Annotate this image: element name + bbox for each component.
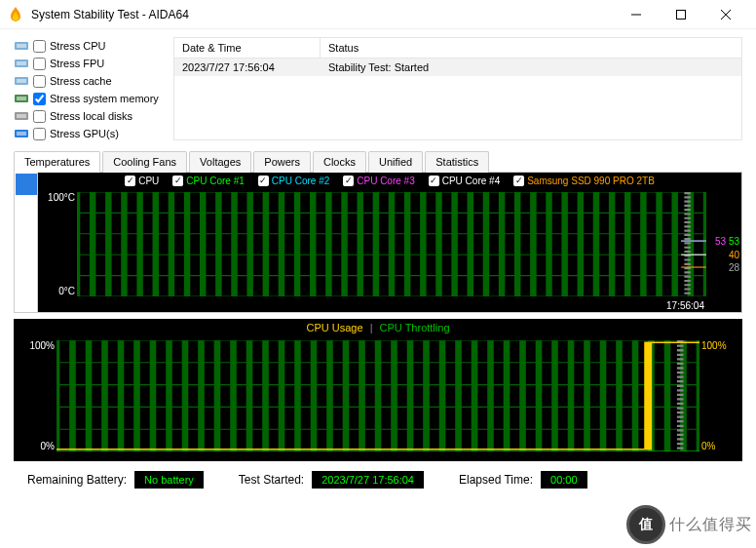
tab-cooling-fans[interactable]: Cooling Fans xyxy=(102,151,187,173)
stress-label[interactable]: Stress CPU xyxy=(50,40,105,52)
stress-checkbox[interactable] xyxy=(33,58,46,70)
legend-checkbox[interactable]: ✓ xyxy=(125,176,135,186)
legend-checkbox[interactable]: ✓ xyxy=(172,176,183,186)
legend-item[interactable]: ✓CPU Core #2 xyxy=(258,176,329,186)
watermark: 值 什么值得买 xyxy=(626,505,752,544)
elapsed-value: 00:00 xyxy=(541,471,587,489)
temp-y-axis: 100°C 0°C xyxy=(40,192,75,296)
stress-label[interactable]: Stress cache xyxy=(50,75,112,87)
cpu-usage-chart: CPU Usage | CPU Throttling 100% 0% 100% … xyxy=(14,319,742,461)
device-icon xyxy=(14,110,29,122)
legend-checkbox[interactable]: ✓ xyxy=(513,176,524,186)
current-value: 28 xyxy=(729,262,739,273)
stress-option: Stress cache xyxy=(14,72,168,90)
log-cell-datetime: 2023/7/27 17:56:04 xyxy=(174,59,321,76)
log-cell-status: Stability Test: Started xyxy=(321,59,741,76)
watermark-badge: 值 xyxy=(626,505,665,544)
stress-label[interactable]: Stress local disks xyxy=(50,110,132,122)
window-title: System Stability Test - AIDA64 xyxy=(31,8,614,21)
minimize-button[interactable] xyxy=(614,0,659,29)
app-icon xyxy=(8,7,23,22)
started-value: 2023/7/27 17:56:04 xyxy=(312,471,424,489)
titlebar: System Stability Test - AIDA64 xyxy=(0,0,756,29)
stress-checkbox[interactable] xyxy=(33,75,46,88)
battery-value: No battery xyxy=(134,471,204,489)
device-icon xyxy=(14,128,29,139)
stress-label[interactable]: Stress FPU xyxy=(50,58,104,69)
legend-label: CPU Core #3 xyxy=(357,176,414,186)
legend-item[interactable]: ✓CPU Core #1 xyxy=(172,176,244,186)
log-row[interactable]: 2023/7/27 17:56:04Stability Test: Starte… xyxy=(174,59,741,76)
svg-rect-11 xyxy=(17,97,26,100)
current-value: 53 xyxy=(729,236,739,247)
stress-option: Stress GPU(s) xyxy=(14,125,168,142)
maximize-button[interactable] xyxy=(659,0,703,29)
legend-item[interactable]: ✓Samsung SSD 990 PRO 2TB xyxy=(513,176,655,186)
close-button[interactable] xyxy=(703,0,748,29)
tab-statistics[interactable]: Statistics xyxy=(425,151,489,173)
tab-body-temperatures: ✓CPU✓CPU Core #1✓CPU Core #2✓CPU Core #3… xyxy=(14,173,742,313)
stress-checkbox[interactable] xyxy=(33,93,46,105)
device-icon xyxy=(14,40,29,52)
battery-label: Remaining Battery: xyxy=(27,473,127,487)
legend-sep: | xyxy=(370,322,373,333)
event-log: Date & Time Status 2023/7/27 17:56:04Sta… xyxy=(173,37,742,140)
y-axis-bottom: 0°C xyxy=(58,286,75,296)
legend-checkbox[interactable]: ✓ xyxy=(343,176,354,186)
legend-label: CPU xyxy=(138,176,159,186)
log-header-status[interactable]: Status xyxy=(321,38,741,58)
svg-rect-7 xyxy=(17,61,26,65)
stress-label[interactable]: Stress system memory xyxy=(50,93,159,104)
series-color-swatch[interactable] xyxy=(16,174,37,195)
stress-checkbox[interactable] xyxy=(33,110,46,123)
status-bar: Remaining Battery: No battery Test Start… xyxy=(14,461,742,498)
legend-item[interactable]: ✓CPU Core #4 xyxy=(429,176,500,186)
tab-powers[interactable]: Powers xyxy=(253,151,311,173)
svg-rect-13 xyxy=(17,114,26,118)
tabs: TemperaturesCooling FansVoltagesPowersCl… xyxy=(14,150,742,173)
legend-label: CPU Core #1 xyxy=(186,176,244,186)
usage-y-top: 100% xyxy=(29,340,55,351)
y-axis-top: 100°C xyxy=(48,192,75,203)
stress-option: Stress local disks xyxy=(14,107,168,125)
current-value: 53 xyxy=(715,236,726,247)
legend-label: CPU Core #2 xyxy=(272,176,329,186)
temp-current-values: 53534028 xyxy=(708,192,739,296)
tab-temperatures[interactable]: Temperatures xyxy=(14,151,100,173)
stress-checkbox[interactable] xyxy=(33,40,46,53)
started-label: Test Started: xyxy=(239,473,304,487)
stress-checkbox[interactable] xyxy=(33,128,46,140)
tab-voltages[interactable]: Voltages xyxy=(189,151,251,173)
elapsed-label: Elapsed Time: xyxy=(459,473,533,487)
usage-plot-area[interactable] xyxy=(57,340,699,451)
device-icon xyxy=(14,75,29,87)
stress-options: Stress CPU Stress FPU Stress cache Stres… xyxy=(14,37,168,142)
legend-item[interactable]: ✓CPU xyxy=(125,176,159,186)
main-content: Stress CPU Stress FPU Stress cache Stres… xyxy=(0,29,756,498)
tab-unified[interactable]: Unified xyxy=(368,151,423,173)
temp-plot-area[interactable] xyxy=(77,192,706,296)
usage-y-left: 100% 0% xyxy=(18,340,55,451)
series-sidebar xyxy=(15,173,38,312)
legend-item[interactable]: ✓CPU Core #3 xyxy=(343,176,414,186)
stress-label[interactable]: Stress GPU(s) xyxy=(50,128,119,139)
legend-label: Samsung SSD 990 PRO 2TB xyxy=(527,176,655,186)
svg-rect-15 xyxy=(17,132,26,136)
legend-checkbox[interactable]: ✓ xyxy=(258,176,269,186)
legend-cpu-usage: CPU Usage xyxy=(307,322,363,333)
temp-legend: ✓CPU✓CPU Core #1✓CPU Core #2✓CPU Core #3… xyxy=(38,173,741,188)
temperature-chart: ✓CPU✓CPU Core #1✓CPU Core #2✓CPU Core #3… xyxy=(38,173,741,312)
stress-option: Stress system memory xyxy=(14,90,168,107)
svg-rect-1 xyxy=(677,10,686,19)
legend-label: CPU Core #4 xyxy=(442,176,500,186)
tab-clocks[interactable]: Clocks xyxy=(313,151,366,173)
device-icon xyxy=(14,93,29,104)
watermark-text: 什么值得买 xyxy=(669,515,752,535)
usage-right-top: 100% xyxy=(701,340,727,351)
temp-x-time: 17:56:04 xyxy=(666,300,704,311)
window-controls xyxy=(614,0,748,29)
usage-legend: CPU Usage | CPU Throttling xyxy=(14,319,742,336)
log-header-datetime[interactable]: Date & Time xyxy=(174,38,321,58)
legend-checkbox[interactable]: ✓ xyxy=(429,176,439,186)
stress-option: Stress CPU xyxy=(14,37,168,55)
